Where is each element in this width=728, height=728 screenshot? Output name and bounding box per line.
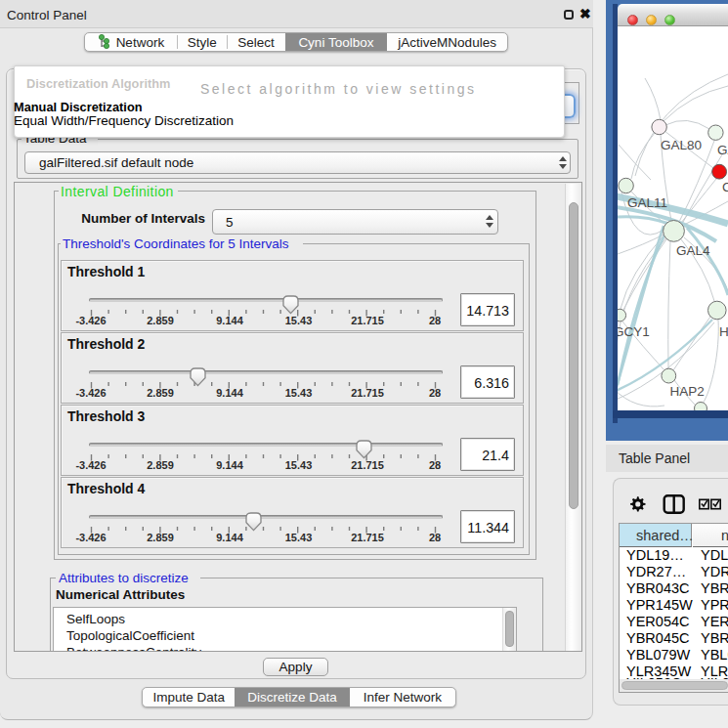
svg-text:GAL80: GAL80 bbox=[661, 138, 702, 152]
svg-text:GAL11: GAL11 bbox=[627, 195, 667, 210]
svg-text:GA: GA bbox=[717, 143, 728, 157]
svg-text:H: H bbox=[719, 324, 728, 339]
svg-text:GCY1: GCY1 bbox=[618, 324, 650, 339]
svg-text:GAL4: GAL4 bbox=[676, 243, 710, 258]
svg-text:HAP2: HAP2 bbox=[670, 384, 705, 399]
svg-text:C: C bbox=[722, 180, 728, 194]
